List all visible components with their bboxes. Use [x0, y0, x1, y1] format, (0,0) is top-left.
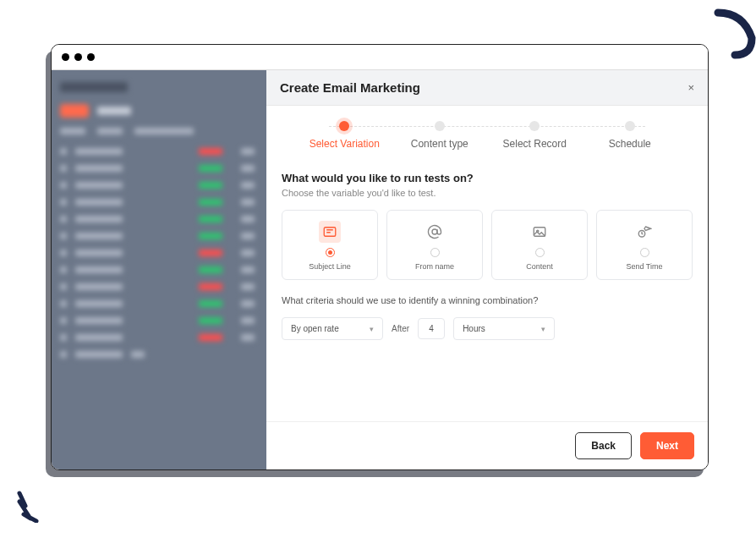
- modal-header: Create Email Marketing ×: [266, 70, 708, 106]
- step-label: Select Record: [503, 138, 567, 150]
- metric-select[interactable]: By open rate ▾: [282, 317, 383, 340]
- next-button[interactable]: Next: [640, 432, 694, 459]
- option-subject-line[interactable]: Subject Line: [282, 210, 378, 280]
- decorative-shape-squiggle-bl: [15, 489, 49, 523]
- after-value-input[interactable]: [418, 318, 445, 339]
- create-email-modal: Create Email Marketing × Select Variatio…: [266, 70, 708, 469]
- unit-select[interactable]: Hours ▾: [453, 317, 555, 340]
- step-circle-icon: [435, 121, 445, 131]
- step-label: Select Variation: [310, 138, 380, 150]
- background-overlay: [52, 70, 266, 469]
- radio-icon: [326, 248, 335, 257]
- radio-icon: [430, 248, 440, 257]
- modal-footer: Back Next: [266, 421, 708, 469]
- radio-icon: [535, 248, 545, 257]
- select-value: Hours: [463, 324, 485, 333]
- time-flight-icon: [636, 223, 653, 240]
- at-sign-icon: [426, 223, 443, 240]
- after-label: After: [392, 324, 409, 333]
- option-label: From name: [415, 262, 454, 271]
- image-icon: [531, 223, 548, 240]
- question-subtext: Choose the variable you'd like to test.: [282, 188, 693, 198]
- radio-icon: [640, 248, 649, 257]
- step-label: Content type: [411, 138, 468, 150]
- decorative-shape-arc-tr: [705, 8, 756, 59]
- option-send-time[interactable]: Send Time: [596, 210, 693, 280]
- step-circle-icon: [625, 121, 635, 131]
- browser-window: Create Email Marketing × Select Variatio…: [51, 44, 709, 470]
- criteria-question: What criteria should we use to identify …: [282, 295, 693, 305]
- select-value: By open rate: [291, 324, 339, 333]
- option-label: Content: [526, 262, 553, 271]
- chevron-down-icon: ▾: [541, 325, 545, 333]
- back-button[interactable]: Back: [575, 432, 632, 459]
- window-titlebar: [52, 45, 708, 70]
- close-icon[interactable]: ×: [688, 81, 694, 94]
- subject-line-icon: [321, 223, 338, 240]
- question-title: What would you like to run tests on?: [282, 172, 693, 184]
- svg-point-1: [432, 229, 437, 234]
- window-control-dot[interactable]: [62, 53, 69, 61]
- option-content[interactable]: Content: [491, 210, 588, 280]
- option-from-name[interactable]: From name: [386, 210, 483, 280]
- window-control-dot[interactable]: [74, 53, 82, 61]
- variation-options: Subject Line From name C: [282, 210, 693, 280]
- step-circle-icon: [529, 121, 540, 131]
- option-label: Send Time: [626, 262, 662, 271]
- step-circle-icon: [339, 121, 349, 131]
- window-control-dot[interactable]: [87, 53, 95, 61]
- step-label: Schedule: [609, 138, 651, 150]
- chevron-down-icon: ▾: [370, 325, 374, 333]
- option-label: Subject Line: [309, 262, 351, 271]
- criteria-row: By open rate ▾ After Hours ▾: [282, 317, 693, 340]
- svg-rect-0: [324, 228, 336, 237]
- modal-title: Create Email Marketing: [280, 80, 420, 95]
- stepper: Select Variation Content type Select Rec…: [266, 106, 708, 156]
